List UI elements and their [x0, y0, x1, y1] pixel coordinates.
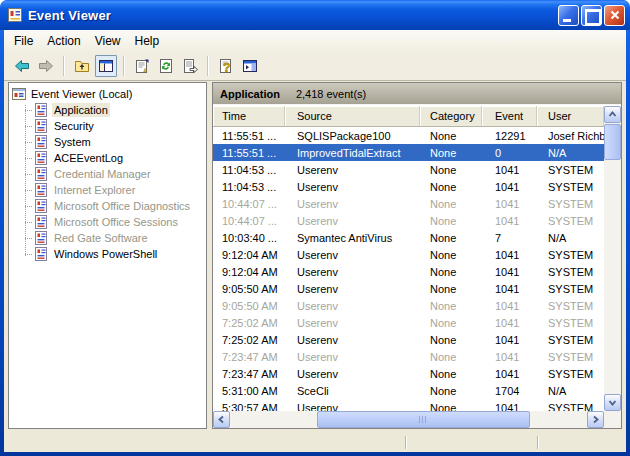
tree-connector-stub: [25, 222, 33, 223]
toolbar-separator: [123, 56, 125, 76]
scroll-thumb-grip: [419, 416, 428, 423]
tree-connector-stub: [25, 254, 33, 255]
export-list-icon: [182, 58, 198, 74]
console-tree-icon: [98, 58, 114, 74]
tree-item-microsoft-office-diagnostics[interactable]: Microsoft Office Diagnostics: [9, 198, 206, 214]
menu-action[interactable]: Action: [40, 31, 87, 51]
result-panel: Application 2,418 event(s) Time Source C…: [212, 82, 622, 429]
show-hide-action-pane-button[interactable]: [239, 55, 261, 77]
tree-item-label: Red Gate Software: [52, 231, 150, 245]
tree-item-application[interactable]: Application: [9, 102, 206, 118]
properties-icon: [134, 58, 150, 74]
column-header-source[interactable]: Source: [285, 106, 420, 126]
menu-view[interactable]: View: [88, 31, 128, 51]
tree-item-label: Windows PowerShell: [52, 247, 159, 261]
app-icon: [7, 7, 23, 23]
tree-item-red-gate-software[interactable]: Red Gate Software: [9, 230, 206, 246]
table-row[interactable]: 10:03:40 ... Symantec AntiVirus None 7 N…: [213, 229, 604, 246]
table-row[interactable]: 10:44:07 ... Userenv None 1041 SYSTEM: [213, 195, 604, 212]
tree-item-label: Microsoft Office Sessions: [52, 215, 180, 229]
scroll-right-button[interactable]: [587, 411, 604, 428]
event-log-icon: [33, 246, 49, 262]
forward-icon: [38, 58, 54, 74]
event-log-icon: [33, 150, 49, 166]
tree-item-microsoft-office-sessions[interactable]: Microsoft Office Sessions: [9, 214, 206, 230]
back-button[interactable]: [11, 55, 33, 77]
tree-root-label: Event Viewer (Local): [31, 88, 132, 100]
column-header-time[interactable]: Time: [213, 106, 285, 126]
table-row[interactable]: 11:04:53 ... Userenv None 1041 SYSTEM: [213, 161, 604, 178]
table-row[interactable]: 9:12:04 AM Userenv None 1041 SYSTEM: [213, 246, 604, 263]
table-row[interactable]: 9:05:50 AM Userenv None 1041 SYSTEM: [213, 280, 604, 297]
event-log-icon: [33, 182, 49, 198]
table-row[interactable]: 7:23:47 AM Userenv None 1041 SYSTEM: [213, 365, 604, 382]
table-row[interactable]: 9:05:50 AM Userenv None 1041 SYSTEM: [213, 297, 604, 314]
close-icon: [609, 9, 621, 21]
column-header-user[interactable]: User: [537, 106, 604, 126]
tree-item-credential-manager[interactable]: Credential Manager: [9, 166, 206, 182]
tree-item-security[interactable]: Security: [9, 118, 206, 134]
table-row[interactable]: 9:12:04 AM Userenv None 1041 SYSTEM: [213, 263, 604, 280]
tree-item-internet-explorer[interactable]: Internet Explorer: [9, 182, 206, 198]
tree-connector-stub: [25, 158, 33, 159]
tree-item-label: Internet Explorer: [52, 183, 137, 197]
menu-file[interactable]: File: [7, 31, 40, 51]
chevron-left-icon: [217, 415, 226, 424]
forward-button[interactable]: [35, 55, 57, 77]
tree-item-label: Security: [52, 119, 96, 133]
tree-connector-stub: [25, 142, 33, 143]
vertical-scroll-thumb[interactable]: [604, 124, 621, 160]
export-list-button[interactable]: [179, 55, 201, 77]
result-title: Application: [220, 88, 280, 100]
svg-text:?: ?: [223, 61, 230, 75]
tree-item-windows-powershell[interactable]: Windows PowerShell: [9, 246, 206, 262]
table-row[interactable]: 10:44:07 ... Userenv None 1041 SYSTEM: [213, 212, 604, 229]
show-hide-console-tree-button[interactable]: [95, 55, 117, 77]
console-tree-panel: Event Viewer (Local) Application Securit…: [8, 82, 207, 429]
table-row[interactable]: 5:30:57 AM Userenv None 1041 SYSTEM: [213, 399, 604, 411]
list-header: Time Source Category Event User: [213, 106, 604, 127]
toolbar-separator: [207, 56, 209, 76]
event-viewer-root-icon: [11, 86, 27, 102]
up-one-level-button[interactable]: [71, 55, 93, 77]
table-row[interactable]: 7:25:02 AM Userenv None 1041 SYSTEM: [213, 331, 604, 348]
table-row[interactable]: 11:04:53 ... Userenv None 1041 SYSTEM: [213, 178, 604, 195]
action-pane-icon: [242, 58, 258, 74]
tree-item-system[interactable]: System: [9, 134, 206, 150]
event-viewer-window: Event Viewer File Action View Help: [0, 0, 630, 456]
title-bar: Event Viewer: [0, 0, 630, 30]
tree-item-label: Credential Manager: [52, 167, 153, 181]
scroll-left-button[interactable]: [213, 411, 230, 428]
properties-button[interactable]: [131, 55, 153, 77]
tree-item-aceeventlog[interactable]: ACEEventLog: [9, 150, 206, 166]
table-row[interactable]: 11:55:51 ... SQLISPackage100 None 12291 …: [213, 127, 604, 144]
tree-item-label: System: [52, 135, 93, 149]
horizontal-scrollbar[interactable]: [213, 411, 621, 428]
status-bar-separator: [405, 436, 407, 449]
table-row[interactable]: 7:23:47 AM Userenv None 1041 SYSTEM: [213, 348, 604, 365]
minimize-button[interactable]: [558, 5, 579, 26]
help-icon: ?: [218, 58, 234, 74]
chevron-down-icon: [608, 398, 617, 407]
event-log-icon: [33, 198, 49, 214]
table-row[interactable]: 11:55:51 ... ImprovedTidalExtract None 0…: [213, 144, 604, 161]
tree-connector-stub: [25, 238, 33, 239]
table-row[interactable]: 5:31:00 AM SceCli None 1704 N/A: [213, 382, 604, 399]
horizontal-scroll-thumb[interactable]: [317, 411, 530, 428]
help-button[interactable]: ?: [215, 55, 237, 77]
column-header-event[interactable]: Event: [482, 106, 537, 126]
tree-connector-stub: [25, 110, 33, 111]
status-bar-separator: [537, 436, 539, 449]
event-log-icon: [33, 118, 49, 134]
tree-root[interactable]: Event Viewer (Local): [9, 86, 206, 102]
table-row[interactable]: 7:25:02 AM Userenv None 1041 SYSTEM: [213, 314, 604, 331]
column-header-category[interactable]: Category: [420, 106, 482, 126]
event-table-body: 11:55:51 ... SQLISPackage100 None 12291 …: [213, 127, 604, 411]
close-button[interactable]: [604, 5, 625, 26]
menu-help[interactable]: Help: [128, 31, 167, 51]
maximize-button[interactable]: [581, 5, 602, 26]
scroll-up-button[interactable]: [604, 106, 621, 123]
refresh-button[interactable]: [155, 55, 177, 77]
scroll-down-button[interactable]: [604, 394, 621, 411]
vertical-scrollbar[interactable]: [604, 106, 621, 411]
